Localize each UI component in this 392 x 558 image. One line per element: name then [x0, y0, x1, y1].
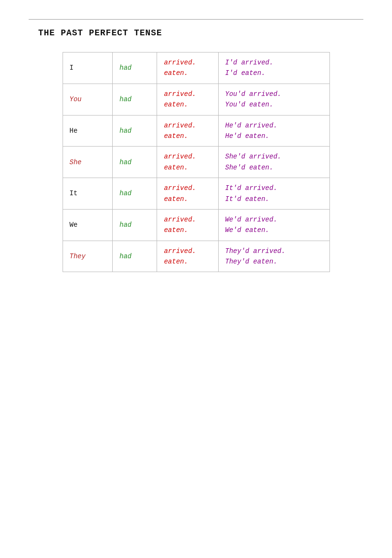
table-row: Youhadarrived.eaten.You'd arrived.You'd …: [63, 84, 329, 115]
verb-cell: arrived.eaten.: [157, 53, 218, 84]
subject-cell: You: [63, 84, 113, 115]
had-cell: had: [113, 178, 157, 210]
table-row: Hehadarrived.eaten.He'd arrived.He'd eat…: [63, 115, 329, 147]
verb-cell: arrived.eaten.: [157, 115, 218, 147]
contracted-cell: I'd arrived.I'd eaten.: [218, 53, 329, 84]
table-row: Ihadarrived.eaten.I'd arrived.I'd eaten.: [63, 53, 329, 84]
table-row: Wehadarrived.eaten.We'd arrived.We'd eat…: [63, 209, 329, 241]
verb-cell: arrived.eaten.: [157, 178, 218, 210]
contracted-cell: We'd arrived.We'd eaten.: [218, 209, 329, 241]
page-title: THE PAST PERFECT TENSE: [38, 28, 162, 38]
top-divider: [29, 19, 363, 20]
table-row: Theyhadarrived.eaten.They'd arrived.They…: [63, 241, 329, 272]
had-cell: had: [113, 115, 157, 147]
contracted-cell: She'd arrived.She'd eaten.: [218, 147, 329, 178]
had-cell: had: [113, 147, 157, 178]
verb-cell: arrived.eaten.: [157, 209, 218, 241]
subject-cell: It: [63, 178, 113, 210]
contracted-cell: He'd arrived.He'd eaten.: [218, 115, 329, 147]
table-row: Ithadarrived.eaten.It'd arrived.It'd eat…: [63, 178, 329, 210]
subject-cell: I: [63, 53, 113, 84]
subject-cell: We: [63, 209, 113, 241]
subject-cell: He: [63, 115, 113, 147]
contracted-cell: It'd arrived.It'd eaten.: [218, 178, 329, 210]
verb-cell: arrived.eaten.: [157, 84, 218, 115]
had-cell: had: [113, 53, 157, 84]
subject-cell: She: [63, 147, 113, 178]
verb-cell: arrived.eaten.: [157, 241, 218, 272]
had-cell: had: [113, 241, 157, 272]
table-row: Shehadarrived.eaten.She'd arrived.She'd …: [63, 147, 329, 178]
had-cell: had: [113, 84, 157, 115]
subject-cell: They: [63, 241, 113, 272]
conjugation-table: Ihadarrived.eaten.I'd arrived.I'd eaten.…: [63, 52, 330, 272]
contracted-cell: You'd arrived.You'd eaten.: [218, 84, 329, 115]
had-cell: had: [113, 209, 157, 241]
contracted-cell: They'd arrived.They'd eaten.: [218, 241, 329, 272]
verb-cell: arrived.eaten.: [157, 147, 218, 178]
